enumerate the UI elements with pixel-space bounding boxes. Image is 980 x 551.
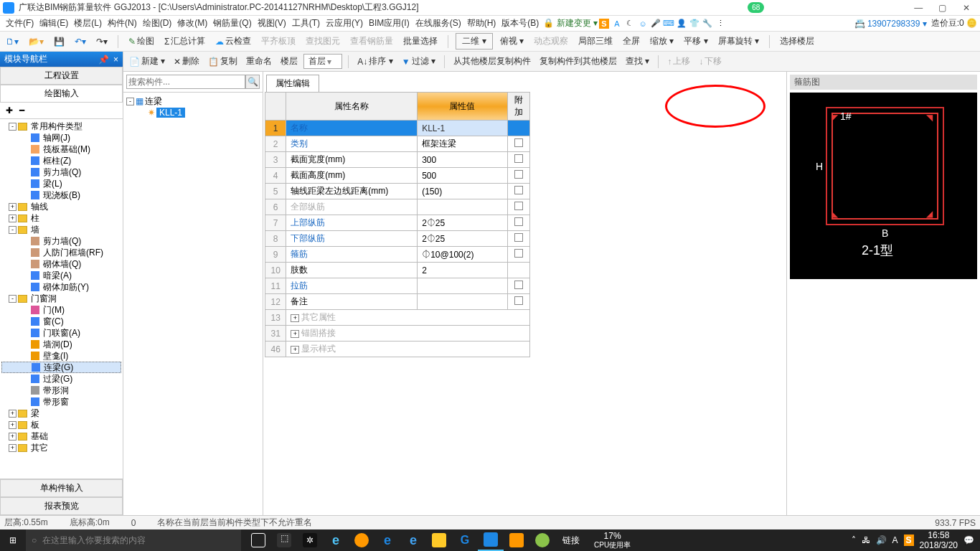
prop-name[interactable]: 肢数 xyxy=(286,263,418,278)
prop-name[interactable]: +显示样式 xyxy=(286,342,530,357)
tree-item[interactable]: 窗(C) xyxy=(1,316,121,327)
tree-folder[interactable]: -门窗洞 xyxy=(1,293,121,304)
prop-value[interactable]: 300 xyxy=(418,152,507,168)
tab-report-preview[interactable]: 报表预览 xyxy=(0,497,123,515)
property-row[interactable]: 6全部纵筋 xyxy=(265,199,530,215)
view-rebar-button[interactable]: 查看钢筋量 xyxy=(347,34,396,49)
tree-toggle[interactable]: + xyxy=(9,215,17,222)
app-active[interactable] xyxy=(478,529,504,551)
expand-icon[interactable]: + xyxy=(291,314,299,322)
ime-a-icon[interactable]: A xyxy=(612,19,622,29)
tree-folder[interactable]: +梁 xyxy=(1,408,121,419)
menu-item[interactable]: 楼层(L) xyxy=(71,17,105,29)
ime-tool-icon[interactable]: 🔧 xyxy=(702,19,712,29)
local-3d-button[interactable]: 局部三维 xyxy=(575,34,616,49)
tree-toggle[interactable]: + xyxy=(9,203,17,211)
app-orange[interactable] xyxy=(504,529,529,551)
tree-item[interactable]: 轴网(J) xyxy=(1,132,121,143)
prop-name[interactable]: 备注 xyxy=(286,294,418,310)
remove-icon[interactable]: ━ xyxy=(19,105,24,116)
prop-name[interactable]: +锚固搭接 xyxy=(286,326,530,342)
find-chart-button[interactable]: 查找图元 xyxy=(303,34,343,49)
tree-toggle[interactable]: + xyxy=(9,410,17,418)
menu-item[interactable]: 文件(F) xyxy=(3,17,37,29)
find-replace-button[interactable]: 查找 ▾ xyxy=(623,54,652,69)
app-g[interactable]: G xyxy=(452,529,478,551)
tree-item[interactable]: 框柱(Z) xyxy=(1,155,121,166)
tree-item[interactable]: 砌体加筋(Y) xyxy=(1,281,121,293)
property-row[interactable]: 4截面高度(mm)500 xyxy=(265,168,530,184)
sort-button[interactable]: A↓ 排序 ▾ xyxy=(354,54,395,69)
new-change-button[interactable]: 🔒 新建变更 ▾ xyxy=(543,17,598,29)
app-ie2[interactable]: e xyxy=(400,529,426,551)
prop-extra-checkbox[interactable] xyxy=(507,231,529,247)
close-panel-icon[interactable]: × xyxy=(113,55,118,65)
notifications-icon[interactable]: 💬 xyxy=(963,535,974,545)
menu-item[interactable]: 编辑(E) xyxy=(37,17,71,29)
ime-shirt-icon[interactable]: 👕 xyxy=(689,19,699,29)
expand-icon[interactable]: + xyxy=(291,346,299,354)
tray-up-icon[interactable]: ˄ xyxy=(852,535,856,545)
tree-toggle[interactable]: + xyxy=(9,433,17,441)
property-row[interactable]: 11拉筋 xyxy=(265,278,530,294)
property-row[interactable]: 46+显示样式 xyxy=(265,342,530,357)
tree-item[interactable]: 门联窗(A) xyxy=(1,327,121,339)
copy-to-button[interactable]: 复制构件到其他楼层 xyxy=(537,54,620,69)
property-row[interactable]: 7上部纵筋2⏀25 xyxy=(265,215,530,231)
prop-name[interactable]: +其它属性 xyxy=(286,310,530,326)
delete-button[interactable]: ✕ 删除 xyxy=(171,54,202,69)
app-1[interactable]: ⬚ xyxy=(271,529,297,551)
tree-item[interactable]: 过梁(G) xyxy=(1,373,121,385)
prop-value[interactable] xyxy=(418,294,507,310)
tree-item[interactable]: 暗梁(A) xyxy=(1,270,121,281)
cost-bean[interactable]: 造价豆:0 🪙 xyxy=(931,17,977,29)
prop-extra-checkbox[interactable] xyxy=(507,152,529,168)
tray-s-icon[interactable]: S xyxy=(904,534,914,546)
th-name[interactable]: 属性名称 xyxy=(286,93,418,121)
prop-name[interactable]: 轴线距梁左边线距离(mm) xyxy=(286,184,418,199)
ime-mic-icon[interactable]: 🎤 xyxy=(651,19,661,29)
taskview-icon[interactable] xyxy=(245,529,271,551)
prop-value[interactable]: 2 xyxy=(418,263,507,278)
ime-more-icon[interactable]: ⋮ xyxy=(715,19,725,29)
menu-item[interactable]: 工具(T) xyxy=(289,17,323,29)
tree-item[interactable]: 壁龛(I) xyxy=(1,350,121,362)
tree-toggle[interactable]: + xyxy=(9,444,17,452)
new-component-button[interactable]: 📄新建 ▾ xyxy=(126,54,168,69)
prop-name[interactable]: 截面宽度(mm) xyxy=(286,152,418,168)
tray-net-icon[interactable]: 🖧 xyxy=(862,535,870,545)
menu-item[interactable]: BIM应用(I) xyxy=(366,17,413,29)
prop-value[interactable] xyxy=(418,278,507,294)
menu-item[interactable]: 构件(N) xyxy=(105,17,140,29)
app-explorer[interactable] xyxy=(426,529,452,551)
prop-value[interactable]: 框架连梁 xyxy=(418,136,507,152)
cloud-check-button[interactable]: ☁ 云检查 xyxy=(212,34,254,49)
prop-extra-checkbox[interactable] xyxy=(507,121,529,136)
prop-extra-checkbox[interactable] xyxy=(507,184,529,199)
zoom-button[interactable]: 缩放 ▾ xyxy=(647,34,677,49)
prop-value[interactable]: 2⏀25 xyxy=(418,231,507,247)
property-row[interactable]: 1名称KLL-1 xyxy=(265,121,530,136)
tree-toggle[interactable]: - xyxy=(9,123,17,131)
tree-item[interactable]: 门(M) xyxy=(1,304,121,316)
prop-value[interactable]: ⏀10@100(2) xyxy=(418,247,507,263)
property-row[interactable]: 3截面宽度(mm)300 xyxy=(265,152,530,168)
maximize-button[interactable]: ▢ xyxy=(932,3,953,13)
menu-item[interactable]: 在线服务(S) xyxy=(413,17,464,29)
tree-folder[interactable]: +轴线 xyxy=(1,201,121,212)
sum-calc-button[interactable]: Σ 汇总计算 xyxy=(161,34,208,49)
prop-extra-checkbox[interactable] xyxy=(507,215,529,231)
app-green[interactable] xyxy=(529,529,555,551)
new-doc-icon[interactable]: 🗋▾ xyxy=(3,35,22,48)
prop-extra-checkbox[interactable] xyxy=(507,278,529,294)
prop-extra-checkbox[interactable] xyxy=(507,199,529,215)
floor-select[interactable]: 首层 ▾ xyxy=(303,54,342,69)
tree-toggle[interactable]: - xyxy=(9,295,17,303)
property-row[interactable]: 12备注 xyxy=(265,294,530,310)
comp-root-label[interactable]: 连梁 xyxy=(145,95,162,108)
prop-name[interactable]: 截面高度(mm) xyxy=(286,168,418,184)
menu-item[interactable]: 钢筋量(Q) xyxy=(210,17,254,29)
tree-item[interactable]: 剪力墙(Q) xyxy=(1,235,121,247)
filter-button[interactable]: ▼ 过滤 ▾ xyxy=(399,54,438,69)
batch-select-button[interactable]: 批量选择 xyxy=(400,34,440,49)
